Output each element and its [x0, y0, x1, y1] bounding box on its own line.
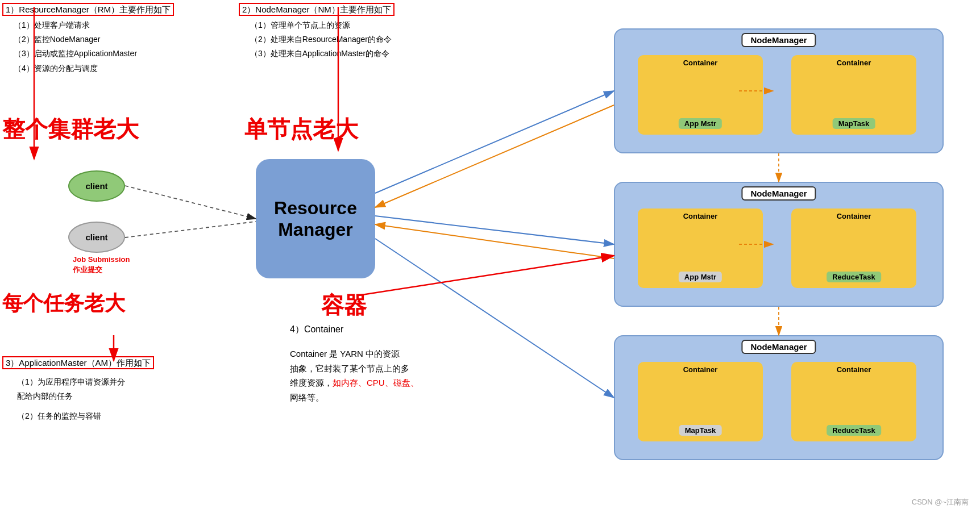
- rm-list: （1）处理客户端请求 （2）监控NodeManager （3）启动或监控Appl…: [14, 18, 137, 76]
- nm3-container-left: Container MapTask: [638, 362, 763, 441]
- container-description: Container 是 YARN 中的资源 抽象，它封装了某个节点上的多 维度资…: [290, 347, 438, 404]
- nm-panel-2: NodeManager Container App Mstr Container…: [614, 182, 944, 307]
- nm1-title: NodeManager: [741, 33, 816, 47]
- svg-line-12: [375, 105, 614, 207]
- client2-ellipse: client: [68, 222, 125, 253]
- task-boss-label: 每个任务老大: [2, 290, 125, 318]
- nm2-appmstr: App Mstr: [679, 272, 722, 282]
- nm2-container-right: Container ReduceTask: [791, 208, 916, 288]
- nm-panel-1: NodeManager Container App Mstr Container…: [614, 28, 944, 153]
- job-submission-label: Job Submission 作业提交: [73, 255, 130, 275]
- container-box-header: 4）Container: [290, 324, 343, 336]
- single-node-label: 单节点老大: [244, 114, 358, 145]
- client1-ellipse: client: [68, 170, 125, 202]
- nm3-container-right: Container ReduceTask: [791, 362, 916, 441]
- svg-line-19: [358, 256, 614, 295]
- nm3-reducetask: ReduceTask: [827, 425, 881, 436]
- nm1-container-left: Container App Mstr: [638, 55, 763, 135]
- am-header: 3）ApplicationMaster（AM）作用如下: [2, 358, 154, 369]
- nm-list: （1）管理单个节点上的资源 （2）处理来自ResourceManager的命令 …: [250, 18, 392, 61]
- nm2-reducetask: ReduceTask: [827, 272, 881, 282]
- cluster-boss-label: 整个集群老大: [2, 114, 139, 145]
- svg-line-7: [125, 186, 256, 219]
- nm1-appmstr: App Mstr: [679, 118, 722, 129]
- resource-manager-box: ResourceManager: [256, 159, 375, 278]
- nm3-maptask: MapTask: [679, 425, 722, 436]
- watermark: CSDN @~江南南: [912, 497, 969, 507]
- nm2-container-left: Container App Mstr: [638, 208, 763, 288]
- svg-line-10: [375, 216, 614, 244]
- nm-panel-3: NodeManager Container MapTask Container …: [614, 335, 944, 460]
- svg-line-13: [375, 224, 614, 258]
- svg-line-8: [125, 222, 256, 237]
- rm-header: 1）ResourceManager（RM）主要作用如下: [2, 5, 174, 15]
- container-label: 容器: [321, 290, 367, 321]
- svg-line-9: [375, 91, 614, 193]
- nm1-container-right: Container MapTask: [791, 55, 916, 135]
- nm3-title: NodeManager: [741, 340, 816, 354]
- nm-header: 2）NodeManager（NM）主要作用如下: [239, 5, 395, 15]
- nm2-title: NodeManager: [741, 186, 816, 201]
- am-list: （1）为应用程序申请资源并分 配给内部的任务 （2）任务的监控与容错: [17, 375, 210, 424]
- nm1-maptask: MapTask: [833, 118, 875, 129]
